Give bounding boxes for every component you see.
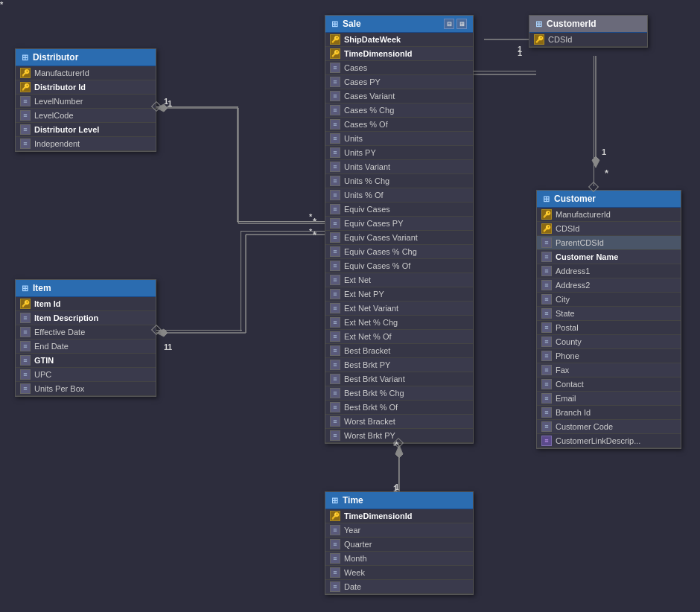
field-icon: ≡ [330, 119, 340, 130]
item-table-title: Item [33, 283, 51, 293]
sale-field-ext-net-chg: ≡ Ext Net % Chg [325, 316, 473, 330]
field-icon: ≡ [541, 308, 552, 319]
item-table-icon: ⊞ [22, 284, 28, 293]
sale-maximize-icon[interactable]: ⊞ [456, 19, 467, 29]
customer-table-body: 🔑 ManufacturerId 🔑 CDSId ≡ ParentCDSId ≡… [537, 208, 681, 448]
time-field-month: ≡ Month [325, 552, 473, 566]
pk-icon: 🔑 [20, 68, 31, 78]
cid-field-cdsid: 🔑 CDSId [529, 33, 647, 47]
item-field-itemid: 🔑 Item Id [16, 297, 156, 311]
sale-table-body: 🔑 ShipDateWeek 🔑 TimeDimensionId ≡ Cases… [325, 33, 473, 443]
field-icon: ≡ [330, 402, 340, 412]
item-field-effectivedate: ≡ Effective Date [16, 325, 156, 340]
cust-field-custcode: ≡ Customer Code [537, 420, 681, 434]
pk-icon: 🔑 [330, 511, 340, 521]
sale-field-shipdateweek: 🔑 ShipDateWeek [325, 33, 473, 47]
field-icon: ≡ [330, 190, 340, 200]
cust-field-county: ≡ County [537, 335, 681, 349]
field-icon: ≡ [330, 77, 340, 87]
dist-field-levelnumber: ≡ LevelNumber [16, 95, 156, 109]
cust-field-phone: ≡ Phone [537, 349, 681, 363]
sale-field-units: ≡ Units [325, 132, 473, 146]
field-icon: ≡ [541, 379, 552, 389]
sale-field-equiv-cases-variant: ≡ Equiv Cases Variant [325, 231, 473, 245]
field-icon: ≡ [330, 317, 340, 328]
rel-label-cid-customer: 1 [602, 147, 606, 156]
customerid-table-title: CustomerId [547, 19, 596, 29]
field-icon: ≡ [541, 294, 552, 305]
sale-field-cases-of: ≡ Cases % Of [325, 118, 473, 132]
sale-field-timedimensionid: 🔑 TimeDimensionId [325, 47, 473, 61]
field-icon: ≡ [330, 261, 340, 271]
sale-table-header: ⊞ Sale ⊟ ⊞ [325, 16, 473, 33]
time-field-quarter: ≡ Quarter [325, 538, 473, 552]
field-icon: ≡ [20, 96, 31, 106]
cust-field-custname: ≡ Customer Name [537, 250, 681, 264]
dist-field-independent: ≡ Independent [16, 137, 156, 151]
conn-label-cid: 1 [518, 48, 522, 57]
sale-field-best-brkt-py: ≡ Best Brkt PY [325, 358, 473, 372]
customerid-table-body: 🔑 CDSId [529, 33, 647, 47]
rel-label-time-star: * [0, 0, 3, 9]
sale-field-units-py: ≡ Units PY [325, 146, 473, 160]
item-table-body: 🔑 Item Id ≡ Item Description ≡ Effective… [16, 297, 156, 396]
dist-field-mfgid: 🔑 ManufacturerId [16, 66, 156, 80]
field-icon: ≡ [330, 105, 340, 115]
item-table: ⊞ Item 🔑 Item Id ≡ Item Description ≡ Ef… [15, 279, 156, 397]
sale-field-worst-bracket: ≡ Worst Bracket [325, 415, 473, 429]
sale-field-units-chg: ≡ Units % Chg [325, 174, 473, 188]
cust-field-mfgid: 🔑 ManufacturerId [537, 208, 681, 222]
conn-dist-h1 [156, 106, 238, 107]
sale-field-cases-py: ≡ Cases PY [325, 75, 473, 89]
rel-label-item-star: * [309, 227, 312, 236]
conn-item-v1 [241, 231, 241, 331]
field-icon: ≡ [20, 327, 31, 337]
fk-icon: ≡ [541, 436, 552, 446]
field-icon: ≡ [330, 162, 340, 172]
sale-field-ext-net-variant: ≡ Ext Net Variant [325, 302, 473, 316]
pk-icon: 🔑 [20, 82, 31, 92]
sale-field-cases: ≡ Cases [325, 61, 473, 75]
field-icon: ≡ [330, 567, 340, 578]
time-field-timedimid: 🔑 TimeDimensionId [325, 509, 473, 523]
field-icon: ≡ [330, 246, 340, 257]
distributor-table-header: ⊞ Distributor [16, 49, 156, 66]
conn-cust-h [474, 71, 536, 71]
cust-field-addr2: ≡ Address2 [537, 278, 681, 293]
field-icon: ≡ [330, 289, 340, 299]
field-icon: ≡ [330, 91, 340, 101]
field-icon: ≡ [330, 331, 340, 342]
field-icon: ≡ [330, 581, 340, 592]
item-table-header: ⊞ Item [16, 280, 156, 297]
field-icon: ≡ [330, 539, 340, 549]
item-field-enddate: ≡ End Date [16, 340, 156, 354]
sale-field-best-brkt-chg: ≡ Best Brkt % Chg [325, 386, 473, 401]
customerid-table-header: ⊞ CustomerId [529, 16, 647, 33]
cust-field-custlinkdesc: ≡ CustomerLinkDescrip... [537, 434, 681, 448]
field-icon: ≡ [541, 351, 552, 361]
cust-field-city: ≡ City [537, 293, 681, 307]
dist-field-levelcode: ≡ LevelCode [16, 109, 156, 123]
field-icon: ≡ [330, 147, 340, 158]
sale-field-best-brkt-variant: ≡ Best Brkt Variant [325, 372, 473, 386]
sale-resize-icon[interactable]: ⊟ [444, 19, 454, 29]
sale-field-ext-net-of: ≡ Ext Net % Of [325, 330, 473, 344]
field-icon: ≡ [20, 341, 31, 351]
item-field-unitsperbox: ≡ Units Per Box [16, 382, 156, 396]
field-icon: ≡ [541, 407, 552, 418]
sale-table-icon: ⊞ [331, 19, 338, 29]
cust-field-parentcdsid: ≡ ParentCDSId [537, 236, 681, 250]
sale-field-equiv-cases-chg: ≡ Equiv Cases % Chg [325, 245, 473, 259]
field-icon: ≡ [541, 252, 552, 262]
time-field-year: ≡ Year [325, 523, 473, 538]
sale-table-title: Sale [343, 19, 361, 29]
field-icon: ≡ [20, 355, 31, 366]
customerid-table-icon: ⊞ [535, 19, 542, 29]
cust-field-addr1: ≡ Address1 [537, 264, 681, 278]
field-icon: ≡ [330, 525, 340, 535]
field-icon: ≡ [541, 322, 552, 333]
cust-field-contact: ≡ Contact [537, 377, 681, 392]
pk-icon: 🔑 [541, 209, 552, 220]
field-icon: ≡ [541, 421, 552, 432]
sale-field-cases-variant: ≡ Cases Variant [325, 89, 473, 103]
